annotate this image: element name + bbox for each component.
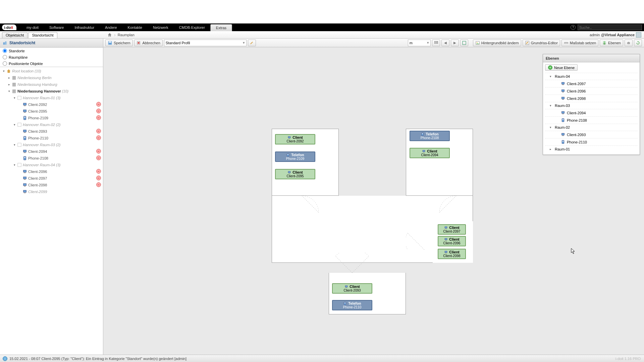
profile-select[interactable]: Standard Profil bbox=[164, 40, 247, 46]
topnav-item-kontakte[interactable]: Kontakte bbox=[122, 23, 148, 31]
canvas-object[interactable]: TelefonPhone-2110 bbox=[332, 300, 372, 310]
tree-node[interactable]: Niederlassung Berlin bbox=[0, 74, 103, 81]
floorplan-editor-button[interactable]: Grundriss-Editor bbox=[523, 40, 560, 46]
layer-item[interactable]: Client-2093 bbox=[545, 131, 638, 138]
global-search-input[interactable] bbox=[578, 24, 642, 30]
sidebar-tab-objektsicht[interactable]: Objektsicht bbox=[2, 32, 28, 38]
sidebar-radio-0[interactable]: Standorte bbox=[0, 48, 103, 54]
nav-right-button[interactable]: ▶ bbox=[451, 40, 459, 46]
layer-room[interactable]: Raum-02 bbox=[545, 124, 638, 131]
app-logo[interactable]: i-doit bbox=[2, 24, 16, 30]
unit-select[interactable]: m bbox=[408, 40, 431, 46]
chevron-icon[interactable] bbox=[550, 75, 553, 78]
tree-node[interactable]: Niederlassung Hannover(10) bbox=[0, 88, 103, 95]
home-icon[interactable] bbox=[107, 33, 112, 37]
tree-node[interactable]: Client-2096− bbox=[0, 168, 103, 175]
tree-node[interactable]: Client-2093− bbox=[0, 128, 103, 135]
remove-button[interactable]: − bbox=[96, 182, 101, 187]
cancel-button[interactable]: Abbrechen bbox=[134, 40, 163, 46]
topnav-item-cmdb-explorer[interactable]: CMDB-Explorer bbox=[174, 23, 210, 31]
tree-node[interactable]: Hannover Raum-01(3) bbox=[0, 95, 103, 101]
layer-room[interactable]: Raum-03 bbox=[545, 102, 638, 109]
tree-node[interactable]: Client-2092− bbox=[0, 101, 103, 108]
tree-node[interactable]: Client-2095− bbox=[0, 108, 103, 115]
topnav-item-software[interactable]: Software bbox=[44, 23, 69, 31]
tree-node[interactable]: Client-2094− bbox=[0, 148, 103, 155]
tree-node[interactable]: Client-2099 bbox=[0, 188, 103, 195]
tree-node[interactable]: Hannover Raum-03(2) bbox=[0, 141, 103, 148]
background-change-button[interactable]: Hintergrundbild ändern bbox=[473, 40, 521, 46]
scale-button[interactable]: Maßstab setzen bbox=[561, 40, 598, 46]
radio-input[interactable] bbox=[3, 55, 7, 59]
tree-expander-icon[interactable] bbox=[13, 123, 16, 126]
canvas-object[interactable]: TelefonPhone-2109 bbox=[275, 152, 315, 162]
chevron-icon[interactable] bbox=[550, 147, 553, 151]
remove-button[interactable]: − bbox=[96, 102, 101, 107]
layer-item[interactable]: Client-2096 bbox=[545, 87, 638, 95]
canvas-object[interactable]: ClientClient-2097 bbox=[438, 224, 466, 235]
tree-node[interactable]: Client-2098− bbox=[0, 182, 103, 188]
layer-item[interactable]: Client-2098 bbox=[545, 95, 638, 102]
tree-node[interactable]: Root location(10) bbox=[0, 68, 103, 74]
layer-item[interactable]: Client-2097 bbox=[545, 80, 638, 87]
print-button[interactable] bbox=[625, 40, 633, 46]
fit-button[interactable] bbox=[460, 40, 468, 46]
remove-button[interactable]: − bbox=[96, 176, 101, 180]
tree-node[interactable]: Phone-2108− bbox=[0, 155, 103, 162]
tree-expander-icon[interactable] bbox=[7, 83, 11, 86]
remove-button[interactable]: − bbox=[96, 129, 101, 133]
sidebar-radio-1[interactable]: Raumpläne bbox=[0, 54, 103, 60]
tree-expander-icon[interactable] bbox=[2, 69, 5, 73]
new-layer-button[interactable]: +Neue Ebene bbox=[545, 64, 578, 71]
topnav-item-netzwerk[interactable]: Netzwerk bbox=[148, 23, 174, 31]
chevron-icon[interactable] bbox=[550, 126, 553, 129]
tree-node[interactable]: Phone-2110− bbox=[0, 135, 103, 141]
topnav-item-my-doit[interactable]: my-doit bbox=[21, 23, 44, 31]
tree-node[interactable]: Phone-2109− bbox=[0, 115, 103, 121]
grid-toggle-button[interactable] bbox=[432, 40, 440, 46]
tree-node[interactable]: Hannover Raum-04(3) bbox=[0, 162, 103, 168]
layer-item[interactable]: Phone-2108 bbox=[545, 116, 638, 124]
profile-edit-button[interactable] bbox=[248, 40, 256, 46]
topnav-item-andere[interactable]: Andere bbox=[100, 23, 122, 31]
tree-expander-icon[interactable] bbox=[13, 163, 16, 167]
canvas-object[interactable]: ClientClient-2092 bbox=[275, 134, 315, 144]
canvas-object[interactable]: ClientClient-2093 bbox=[332, 283, 372, 294]
topnav-item-infrastruktur[interactable]: Infrastruktur bbox=[69, 23, 100, 31]
layer-room[interactable]: Raum-01 bbox=[545, 145, 638, 153]
remove-button[interactable]: − bbox=[96, 156, 101, 160]
tree-expander-icon[interactable] bbox=[7, 76, 11, 79]
layer-room[interactable]: Raum-04 bbox=[545, 73, 638, 80]
nav-left-button[interactable]: ◀ bbox=[441, 40, 449, 46]
layers-panel[interactable]: Ebenen +Neue Ebene Raum-04Client-2097Cli… bbox=[543, 54, 640, 155]
tree-node[interactable]: Hannover Raum-02(2) bbox=[0, 121, 103, 128]
tree-node[interactable]: Client-2097− bbox=[0, 175, 103, 182]
chevron-icon[interactable] bbox=[550, 104, 553, 107]
canvas-object[interactable]: ClientClient-2095 bbox=[275, 169, 315, 179]
remove-button[interactable]: − bbox=[96, 169, 101, 174]
remove-button[interactable]: − bbox=[96, 115, 101, 120]
refresh-button[interactable] bbox=[634, 40, 642, 46]
layer-item[interactable]: Phone-2110 bbox=[545, 138, 638, 145]
radio-input[interactable] bbox=[3, 61, 7, 66]
tree-expander-icon[interactable] bbox=[7, 89, 11, 93]
layers-button[interactable]: Ebenen bbox=[600, 40, 623, 46]
breadcrumb-current[interactable]: Raumplan bbox=[118, 33, 135, 37]
topnav-item-extras[interactable]: Extras bbox=[210, 24, 232, 31]
layer-item[interactable]: Client-2094 bbox=[545, 109, 638, 116]
canvas-object[interactable]: ClientClient-2098 bbox=[438, 249, 466, 259]
remove-button[interactable]: − bbox=[96, 109, 101, 113]
remove-button[interactable]: − bbox=[96, 135, 101, 140]
user-area[interactable]: admin @Virtual Appliance bbox=[590, 31, 641, 38]
save-button[interactable]: Speichern bbox=[105, 40, 133, 46]
canvas-object[interactable]: ClientClient-2096 bbox=[438, 236, 466, 246]
canvas-object[interactable]: TelefonPhone-2108 bbox=[410, 131, 450, 141]
canvas-object[interactable]: ClientClient-2094 bbox=[410, 148, 450, 158]
tree-expander-icon[interactable] bbox=[13, 143, 16, 146]
help-icon[interactable]: ? bbox=[571, 25, 576, 30]
tree-expander-icon[interactable] bbox=[13, 96, 16, 100]
remove-button[interactable]: − bbox=[96, 149, 101, 154]
avatar-icon[interactable] bbox=[636, 32, 641, 38]
radio-input[interactable] bbox=[3, 49, 7, 53]
tree-node[interactable]: Niederlassung Hamburg bbox=[0, 81, 103, 88]
